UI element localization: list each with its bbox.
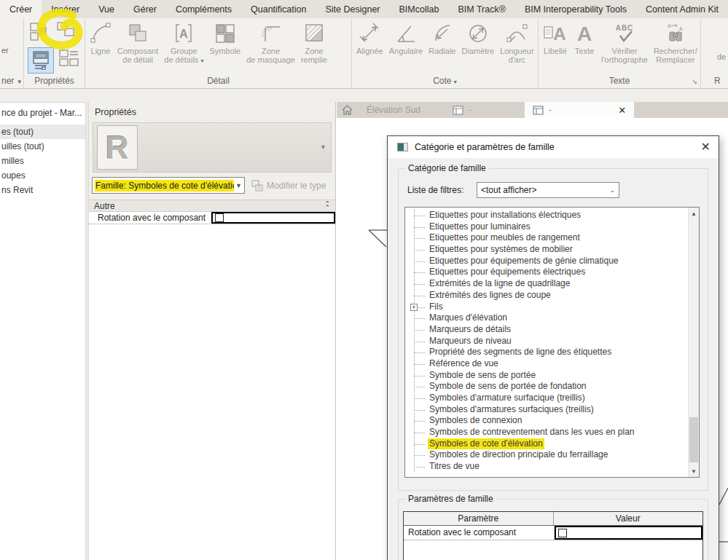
home-button[interactable] [337,102,359,118]
dialog-close-icon[interactable]: ✕ [701,141,711,153]
tab-complements[interactable]: Compléments [166,0,241,18]
tab-bim-interoperability-tools[interactable]: BIM Interoperability Tools [515,0,636,18]
category-item[interactable]: + Etiquettes pour luminaires [405,221,688,233]
tool-diametre[interactable]: Diamètre [459,22,498,55]
tool-longueur-arc[interactable]: Longueur d'arc [497,22,537,64]
project-browser-item[interactable]: milles [0,154,85,168]
category-item[interactable]: + Marqueurs de niveau [405,336,688,347]
groupbox-label: Paramètres de famille [405,494,496,504]
category-item[interactable]: + Marques d'élévation [405,312,688,324]
parameter-value-cell[interactable] [555,526,703,540]
category-item[interactable]: + Etiquettes pour équipements de génie c… [405,256,688,267]
category-item[interactable]: + Extrémités de la ligne de quadrillage [405,278,688,290]
scroll-down-icon[interactable]: ▼ [689,465,699,477]
tool-rechercher-remplacer[interactable]: AA Rechercher/ Remplacer [651,22,700,64]
tool-angulaire[interactable]: Angulaire [386,22,426,55]
family-category-icon[interactable] [58,49,80,71]
category-item[interactable]: + Symboles de direction principale du fe… [405,449,688,461]
view-tab-family-active[interactable]: - ✕ [525,102,634,118]
tab-creer[interactable]: Créer [0,0,42,18]
tab-bimcollab[interactable]: BIMcollab [390,0,449,18]
category-item[interactable]: + Symboles d'armatures surfaciques (trei… [405,404,688,416]
category-item[interactable]: + Fils [405,301,688,313]
category-item[interactable]: + Etiquettes pour systèmes de mobilier [405,244,688,256]
panel-label-texte[interactable]: Texte [539,76,700,86]
tab-bim-track[interactable]: BIM Track® [448,0,514,18]
groupbox-parametres-famille: Paramètres de famille Paramètre Valeur R… [398,499,708,560]
project-browser-item[interactable]: uilles (tout) [0,139,85,154]
category-item[interactable]: + Etiquettes pour installations électriq… [405,210,688,221]
combo-arrow-icon[interactable]: ⌄ [609,186,615,194]
tree-expand-icon[interactable]: + [410,304,418,311]
filter-list-dropdown[interactable]: <tout afficher> ⌄ [477,182,619,198]
svg-text:A: A [577,23,592,45]
view-tab-elevation-sud[interactable]: Élévation Sud [359,102,428,118]
tool-radiale[interactable]: Radiale [426,22,458,55]
panel-dropdown-arrow-icon[interactable]: ▾ [454,79,457,85]
panel-label-proprietes[interactable]: Propriétés [24,76,85,86]
list-scrollbar[interactable]: ▲ ▼ [688,208,699,477]
tool-alignee[interactable]: Alignée [353,22,386,55]
panel-cote: Alignée Angulaire Radiale Diamètre [352,18,539,88]
panel-label-detail[interactable]: Détail [85,76,351,86]
properties-palette-button[interactable] [28,47,54,74]
project-browser-item[interactable]: ns Revit [0,183,85,197]
view-tab-family-1[interactable]: - [445,102,480,118]
panel-selectionner-cut: er ner ▼ [0,18,24,88]
category-item[interactable]: + Etiquettes pour meubles de rangement [405,232,688,244]
rotation-checkbox[interactable] [558,529,567,537]
modifier-button-label-cut[interactable]: er [1,46,9,55]
panel-label-cote[interactable]: Cote ▾ [352,76,538,86]
collapse-section-icon[interactable]: ⌃⌃ [324,202,330,210]
tool-texte[interactable]: A Texte [571,22,598,55]
project-browser-item[interactable]: oupes [0,168,85,183]
scroll-up-icon[interactable]: ▲ [689,208,699,219]
project-browser-item[interactable]: es (tout) [0,125,85,139]
parameter-value-cell[interactable] [211,212,335,224]
category-item[interactable]: + Marqueurs de détails [405,324,688,336]
dropdown-arrow-icon[interactable]: ▼ [17,79,23,85]
category-item[interactable]: + Etiquettes pour équipements électrique… [405,267,688,278]
dialog-title-bar[interactable]: Catégorie et paramètres de famille ✕ [388,136,719,158]
edit-type-button[interactable]: Modifier le type [245,177,332,194]
dropdown-arrow-icon[interactable]: ▾ [200,58,203,64]
tab-site-designer[interactable]: Site Designer [316,0,389,18]
tool-verifier-orthographe[interactable]: ABC Vérifier l'orthographe [598,22,651,64]
tool-label-cut[interactable]: de [717,52,726,61]
tool-composant-detail[interactable]: Composant de détail [114,22,161,64]
category-item[interactable]: + Symboles de connexion [405,415,688,427]
load-into-project-icon[interactable] [55,20,78,43]
category-item[interactable]: + Symboles de contreventement dans les v… [405,427,688,438]
tab-quantification[interactable]: Quantification [241,0,316,18]
tool-ligne[interactable]: Ligne [87,22,114,55]
tool-zone-masquage[interactable]: Zone de masquage [243,22,298,64]
tab-inserer[interactable]: Insérer [42,0,89,18]
tool-libelle[interactable]: A Libellé [540,22,571,55]
category-item[interactable]: + Titres de vue [405,461,688,473]
category-item[interactable]: + Référence de vue [405,358,688,370]
zone-remplie-icon [303,22,325,45]
section-header-autre[interactable]: Autre ⌃⌃ [89,200,335,212]
rotation-checkbox[interactable] [215,213,224,222]
tool-symbole[interactable]: Symbole [206,22,243,55]
tool-groupe-details[interactable]: A Groupe de détails ▾ [161,22,206,66]
category-item[interactable]: + Symboles de cote d'élévation [405,438,688,450]
family-types-icon[interactable] [29,21,51,43]
category-item[interactable]: + Symboles d'armature surfacique (treill… [405,393,688,404]
tool-zone-remplie[interactable]: Zone remplie [298,22,330,64]
scrollbar-thumb[interactable] [689,417,698,462]
tab-gerer[interactable]: Gérer [124,0,166,18]
category-item[interactable]: + Symbole de sens de portée de fondation [405,381,688,393]
category-item[interactable]: + Extrémités des lignes de coupe [405,290,688,301]
category-item[interactable]: + Propriété des segments de ligne des ét… [405,347,688,358]
category-listbox[interactable]: + Etiquettes pour installations électriq… [404,207,700,478]
combo-arrow-icon[interactable]: ▼ [235,182,242,189]
tab-vue[interactable]: Vue [89,0,124,18]
category-item[interactable]: + Symbole de sens de portée [405,370,688,382]
close-view-icon[interactable]: ✕ [618,105,626,116]
panel-launcher-icon[interactable]: ↘ [692,78,697,85]
tab-content-admin-kit[interactable]: Content Admin Kit [636,0,728,18]
type-preview[interactable]: R ▼ [93,122,332,173]
preview-dropdown-arrow-icon[interactable]: ▼ [320,143,326,151]
type-selector-combobox[interactable]: Famille: Symboles de cote d'élévation ▼ [92,177,245,194]
